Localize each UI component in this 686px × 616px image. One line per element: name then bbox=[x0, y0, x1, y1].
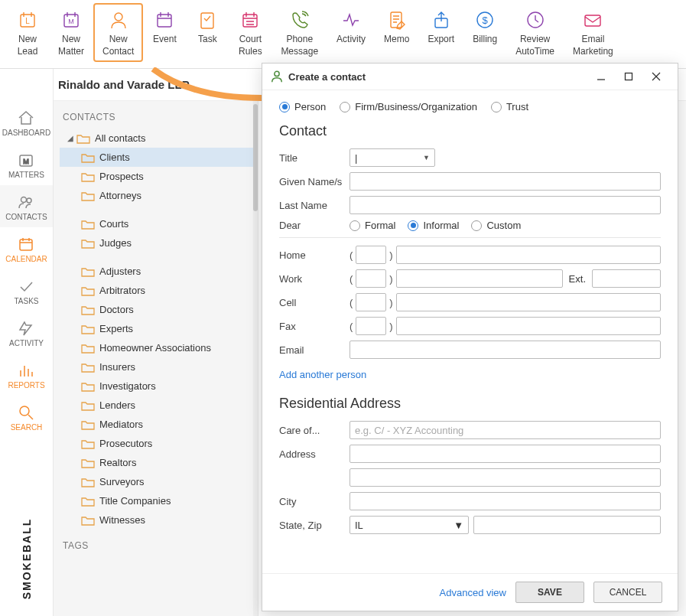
work-area-input[interactable] bbox=[356, 269, 386, 288]
tree-item-adjusters[interactable]: Adjusters bbox=[60, 262, 258, 281]
label-email: Email bbox=[279, 344, 350, 356]
tree-item-investigators[interactable]: Investigators bbox=[60, 376, 258, 396]
fax-number-input[interactable] bbox=[396, 317, 661, 335]
tree-item-mediators[interactable]: Mediators bbox=[60, 415, 258, 434]
folder-icon bbox=[81, 419, 95, 430]
nav-calendar[interactable]: CALENDAR bbox=[0, 227, 53, 269]
tree-item-homeowner-associations[interactable]: Homeowner Associations bbox=[60, 338, 258, 357]
review-autotime-button[interactable]: ReviewAutoTime bbox=[506, 3, 564, 62]
svg-rect-6 bbox=[201, 13, 213, 28]
tree-item-courts[interactable]: Courts bbox=[60, 214, 258, 233]
svg-point-20 bbox=[20, 406, 29, 416]
address-line2-input[interactable] bbox=[350, 468, 661, 487]
folder-icon bbox=[81, 238, 95, 249]
advanced-view-link[interactable]: Advanced view bbox=[440, 587, 506, 598]
fax-area-input[interactable] bbox=[356, 317, 386, 335]
court-rules-button[interactable]: CourtRules bbox=[229, 3, 271, 62]
add-another-person-link[interactable]: Add another person bbox=[279, 369, 366, 380]
dear-custom[interactable]: Custom bbox=[471, 220, 521, 231]
nav-tasks[interactable]: TASKS bbox=[0, 269, 53, 311]
svg-point-18 bbox=[27, 198, 31, 203]
activity-button[interactable]: Activity bbox=[327, 3, 375, 51]
address-line1-input[interactable] bbox=[350, 445, 661, 463]
nav-contacts[interactable]: CONTACTS bbox=[0, 185, 53, 227]
task-button[interactable]: Task bbox=[186, 3, 229, 51]
work-number-input[interactable] bbox=[396, 269, 563, 288]
nav-activity[interactable]: ACTIVITY bbox=[0, 311, 53, 354]
new-matter-button-icon: M bbox=[59, 8, 83, 32]
tree-item-arbitrators[interactable]: Arbitrators bbox=[60, 281, 258, 300]
tree-item-doctors[interactable]: Doctors bbox=[60, 300, 258, 319]
firm-name: Rinaldo and Varade LLP bbox=[54, 78, 190, 91]
tree-item-attorneys[interactable]: Attorneys bbox=[60, 186, 258, 205]
tree-item-lenders[interactable]: Lenders bbox=[60, 396, 258, 415]
tree-item-realtors[interactable]: Realtors bbox=[60, 453, 258, 472]
nav-search[interactable]: SEARCH bbox=[0, 396, 53, 438]
title-dropdown[interactable]: |▼ bbox=[350, 148, 435, 167]
dear-radios: FormalInformalCustom bbox=[350, 220, 521, 231]
close-button[interactable] bbox=[642, 68, 670, 85]
home-area-input[interactable] bbox=[356, 246, 386, 264]
dear-formal[interactable]: Formal bbox=[350, 220, 395, 231]
memo-button[interactable]: Memo bbox=[375, 3, 418, 51]
billing-button[interactable]: $Billing bbox=[463, 3, 506, 51]
email-input[interactable] bbox=[350, 341, 661, 359]
cell-area-input[interactable] bbox=[356, 293, 386, 311]
svg-point-17 bbox=[21, 197, 26, 203]
zip-input[interactable] bbox=[473, 516, 661, 534]
contact-type-person[interactable]: Person bbox=[279, 101, 326, 112]
tree-item-surveyors[interactable]: Surveyors bbox=[60, 472, 258, 491]
tree-item-prosecutors[interactable]: Prosecutors bbox=[60, 434, 258, 453]
dear-informal[interactable]: Informal bbox=[408, 220, 459, 231]
new-matter-button[interactable]: MNewMatter bbox=[49, 3, 93, 62]
tree-item-title-companies[interactable]: Title Companies bbox=[60, 491, 258, 510]
tree-item-clients[interactable]: Clients bbox=[60, 148, 258, 167]
label-statezip: State, Zip bbox=[279, 520, 350, 531]
contact-type-firm[interactable]: Firm/Business/Organization bbox=[340, 101, 477, 112]
tree-item-prospects[interactable]: Prospects bbox=[60, 167, 258, 186]
state-dropdown[interactable]: IL▼ bbox=[350, 516, 469, 534]
last-name-input[interactable] bbox=[350, 196, 661, 214]
label-last-name: Last Name bbox=[279, 200, 350, 211]
new-lead-button[interactable]: LNewLead bbox=[6, 3, 49, 62]
city-input[interactable] bbox=[350, 492, 661, 510]
sidebar-scrollbar[interactable] bbox=[253, 101, 258, 616]
cell-number-input[interactable] bbox=[396, 293, 661, 311]
label-dear: Dear bbox=[279, 220, 350, 231]
folder-icon bbox=[81, 362, 95, 373]
contact-type-trust[interactable]: Trust bbox=[491, 101, 528, 112]
maximize-button[interactable] bbox=[615, 68, 642, 85]
save-button[interactable]: SAVE bbox=[515, 582, 584, 603]
nav-reports[interactable]: REPORTS bbox=[0, 354, 53, 396]
tree-all-contacts[interactable]: ◢All contacts bbox=[60, 129, 258, 148]
svg-point-4 bbox=[115, 13, 122, 21]
home-number-input[interactable] bbox=[396, 246, 661, 264]
folder-icon bbox=[81, 458, 95, 468]
export-button[interactable]: Export bbox=[418, 3, 463, 51]
new-contact-button[interactable]: NewContact bbox=[93, 3, 143, 62]
label-work: Work bbox=[279, 273, 350, 285]
label-careof: Care of... bbox=[279, 425, 350, 436]
folder-icon bbox=[76, 133, 90, 144]
tree-item-insurers[interactable]: Insurers bbox=[60, 357, 258, 376]
work-ext-input[interactable] bbox=[592, 269, 661, 288]
email-marketing-button-icon bbox=[580, 8, 605, 32]
phone-message-button[interactable]: PhoneMessage bbox=[271, 3, 327, 62]
tags-heading: TAGS bbox=[54, 530, 258, 554]
tree-item-experts[interactable]: Experts bbox=[60, 319, 258, 338]
minimize-button[interactable] bbox=[587, 68, 615, 85]
nav-matters[interactable]: MMATTERS bbox=[0, 143, 53, 185]
given-name-input[interactable] bbox=[350, 172, 661, 191]
folder-icon bbox=[81, 191, 95, 201]
careof-input[interactable] bbox=[350, 421, 661, 439]
tree-item-witnesses[interactable]: Witnesses bbox=[60, 510, 258, 530]
tree-item-judges[interactable]: Judges bbox=[60, 233, 258, 253]
email-marketing-button[interactable]: EmailMarketing bbox=[564, 3, 623, 62]
event-button[interactable]: Event bbox=[143, 3, 186, 51]
caret-down-icon: ◢ bbox=[66, 134, 75, 142]
nav-dashboard[interactable]: DASHBOARD bbox=[0, 101, 53, 143]
contact-type-radios: PersonFirm/Business/OrganizationTrust bbox=[279, 101, 661, 112]
sidebar-heading: CONTACTS bbox=[54, 101, 258, 129]
svg-rect-24 bbox=[626, 73, 632, 80]
cancel-button[interactable]: CANCEL bbox=[593, 582, 662, 603]
